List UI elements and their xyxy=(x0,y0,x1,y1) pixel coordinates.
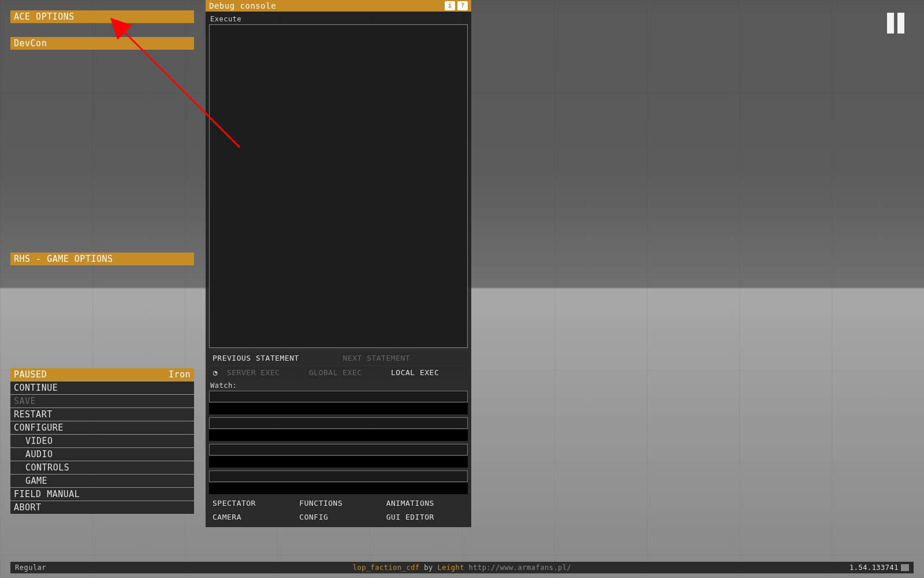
watch-output-1 xyxy=(209,403,468,414)
watch-input-4[interactable] xyxy=(209,470,468,482)
animations-button[interactable]: ANIMATIONS xyxy=(383,497,468,510)
pause-icon xyxy=(887,13,904,34)
battleye-icon xyxy=(901,564,909,571)
previous-statement-button[interactable]: PREVIOUS STATEMENT xyxy=(209,352,338,365)
functions-button[interactable]: FUNCTIONS xyxy=(296,497,381,510)
save-button: SAVE xyxy=(10,395,194,407)
rhs-options-button[interactable]: RHS - GAME OPTIONS xyxy=(10,253,194,265)
field-manual-button[interactable]: FIELD MANUAL xyxy=(10,488,194,501)
watch-output-3 xyxy=(209,456,468,468)
spectator-button[interactable]: SPECTATOR xyxy=(209,497,294,510)
mission-name: lop_faction_cdf xyxy=(353,564,420,572)
paused-header: PAUSED Iron xyxy=(10,368,194,381)
devcon-button[interactable]: DevCon xyxy=(10,37,194,50)
version-label: 1.54.133741 xyxy=(850,564,899,572)
next-statement-button: NEXT STATEMENT xyxy=(340,352,468,365)
performance-icon[interactable]: ◔ xyxy=(209,366,222,379)
server-exec-button: SERVER EXEC xyxy=(223,366,304,379)
local-exec-button[interactable]: LOCAL EXEC xyxy=(388,366,468,379)
global-exec-button: GLOBAL EXEC xyxy=(305,366,386,379)
bottom-left-label: Regular xyxy=(15,564,46,572)
difficulty-label: Iron xyxy=(169,368,191,381)
bottom-bar: Regular lop_faction_cdf by Leight http:/… xyxy=(10,562,914,573)
watch-input-2[interactable] xyxy=(209,417,468,429)
paused-label: PAUSED xyxy=(14,368,47,381)
game-button[interactable]: GAME xyxy=(10,475,194,487)
spacer xyxy=(10,24,194,36)
watch-output-2 xyxy=(209,429,468,441)
author-link[interactable]: http://www.armafans.pl/ xyxy=(469,564,572,572)
controls-button[interactable]: CONTROLS xyxy=(10,461,194,474)
audio-button[interactable]: AUDIO xyxy=(10,448,194,461)
execute-label: Execute xyxy=(210,15,468,23)
watch-output-4 xyxy=(209,483,468,494)
ace-options-button[interactable]: ACE OPTIONS xyxy=(10,10,194,23)
help-icon[interactable]: ? xyxy=(457,1,468,10)
gui-editor-button[interactable]: GUI EDITOR xyxy=(383,511,468,524)
continue-button[interactable]: CONTINUE xyxy=(10,381,194,394)
debug-title-bar: Debug console i ? xyxy=(206,0,471,12)
bottom-center: lop_faction_cdf by Leight http://www.arm… xyxy=(10,564,914,572)
author-name: Leight xyxy=(438,564,464,572)
debug-title-label: Debug console xyxy=(209,0,276,12)
restart-button[interactable]: RESTART xyxy=(10,408,194,421)
video-button[interactable]: VIDEO xyxy=(10,435,194,447)
watch-label: Watch: xyxy=(210,381,468,390)
watch-input-3[interactable] xyxy=(209,444,468,455)
abort-button[interactable]: ABORT xyxy=(10,501,194,514)
watch-input-1[interactable] xyxy=(209,391,468,402)
info-icon[interactable]: i xyxy=(445,1,455,10)
config-button[interactable]: CONFIG xyxy=(296,511,381,524)
configure-button[interactable]: CONFIGURE xyxy=(10,421,194,434)
camera-button[interactable]: CAMERA xyxy=(209,511,294,524)
debug-console: Debug console i ? Execute PREVIOUS STATE… xyxy=(206,0,471,527)
execute-input[interactable] xyxy=(209,24,468,348)
